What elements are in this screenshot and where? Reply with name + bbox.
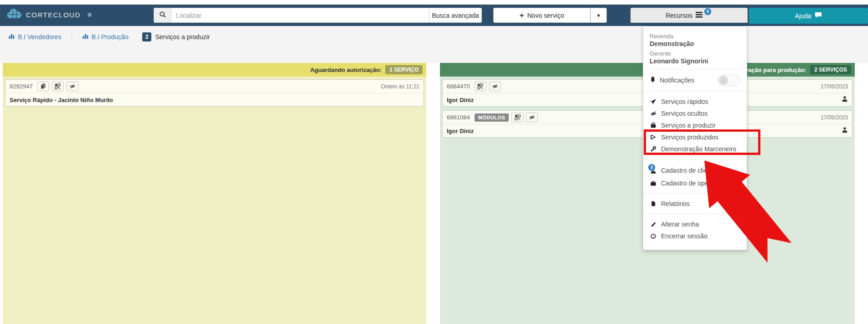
menu-item-alterar-senha[interactable]: Alterar senha <box>650 218 740 230</box>
search-input[interactable] <box>171 8 429 23</box>
chat-icon <box>815 12 822 20</box>
gerente-value: Leonardo Signorini <box>650 57 740 65</box>
file-icon <box>650 201 657 207</box>
toolbar-separator <box>72 31 72 43</box>
service-timestamp: Ontem às 11:21 <box>381 83 420 90</box>
user-icon[interactable] <box>842 127 848 135</box>
new-service-caret-button[interactable]: ▼ <box>590 8 607 23</box>
service-date: 17/05/2023 <box>821 114 848 121</box>
box-icon <box>650 122 657 129</box>
qr-code-button[interactable] <box>52 82 64 91</box>
toggle-knob <box>719 76 728 85</box>
client-name: Igor Diniz <box>447 97 474 103</box>
revenda-label: Revenda <box>650 33 740 40</box>
new-service-button[interactable]: + Novo serviço <box>493 8 590 23</box>
resources-label: Recursos <box>666 12 692 19</box>
menu-item-encerrar-sessao[interactable]: Encerrar sessão <box>650 230 740 242</box>
user-icon[interactable] <box>842 96 848 104</box>
notifications-toggle[interactable] <box>718 74 740 86</box>
menu-item-label: Serviços produzidos <box>661 134 718 141</box>
client-name: Igor Diniz <box>447 128 474 134</box>
menu-divider <box>643 214 747 214</box>
advanced-search-button[interactable]: Busca avançada <box>429 8 482 23</box>
brand-name: CORTECLOUD <box>26 11 81 19</box>
caret-down-icon: ▼ <box>596 13 601 18</box>
clients-badge: 0 <box>648 164 655 171</box>
menu-divider <box>643 159 747 159</box>
resources-button[interactable]: Recursos 0 <box>630 8 748 23</box>
search-icon-box <box>154 8 171 23</box>
panel-waiting-authorization: Aguardando autorização: 1 SERVIÇO 829294… <box>3 63 426 324</box>
copy-button[interactable] <box>37 82 49 91</box>
hide-service-button[interactable] <box>526 113 538 122</box>
tool-icon <box>650 146 657 152</box>
tab-bi-vendedores[interactable]: B.I Vendedores <box>8 33 62 41</box>
panel-header: Aguardando autorização: 1 SERVIÇO <box>3 63 426 77</box>
menu-item-relatorios[interactable]: Relatórios <box>650 198 740 210</box>
panel-header-label: Aguardando autorização: <box>310 67 382 73</box>
help-label: Ajuda <box>795 12 811 20</box>
new-service-label: Novo serviço <box>527 12 564 19</box>
menu-item-label: Serviços a produzir <box>661 122 716 129</box>
bell-icon <box>650 76 656 84</box>
menu-item-cadastro-clientes[interactable]: 0 Cadastro de clientes <box>650 164 740 177</box>
menu-item-cadastro-operadores[interactable]: Cadastro de operadores <box>650 177 740 189</box>
notifications-label: Notificações <box>660 77 694 84</box>
panel-count-badge: 1 SERVIÇO <box>385 65 423 74</box>
menu-item-servicos-ocultos[interactable]: Serviços ocultos <box>650 108 740 119</box>
hide-service-button[interactable] <box>489 82 501 91</box>
bar-chart-icon <box>8 33 15 41</box>
tab-label: Serviços a produzir <box>155 33 210 41</box>
menu-item-servicos-rapidos[interactable]: Serviços rápidos <box>650 96 740 108</box>
service-id: 8292947 <box>10 83 33 90</box>
search-bar: Busca avançada <box>154 8 482 23</box>
menu-item-label: Cadastro de clientes <box>661 167 719 174</box>
resources-dropdown-menu: Revenda Demonstração Gerente Leonardo Si… <box>643 26 747 250</box>
service-card[interactable]: 8292947 <box>5 79 424 107</box>
tab-bi-producao[interactable]: B.I Produção <box>82 33 129 41</box>
menu-divider <box>643 91 747 92</box>
menu-item-label: Serviços ocultos <box>661 110 708 117</box>
qr-code-button[interactable] <box>475 82 486 91</box>
search-icon <box>159 11 166 20</box>
menu-divider <box>643 69 747 69</box>
bar-chart-icon <box>82 33 89 41</box>
resources-badge: 0 <box>704 8 711 15</box>
menu-item-label: Demonstração Marceneiro <box>661 145 736 153</box>
revenda-value: Demonstração <box>650 40 740 47</box>
menu-item-label: Encerrar sessão <box>661 232 708 240</box>
power-icon <box>650 233 657 239</box>
menu-item-label: Alterar senha <box>661 221 699 228</box>
qr-code-button[interactable] <box>512 113 523 122</box>
service-date: 17/05/2023 <box>821 83 848 90</box>
modules-badge: MÓDULOS <box>475 113 509 122</box>
notifications-row: Notificações <box>650 73 740 87</box>
hamburger-icon <box>696 12 703 19</box>
cloud-icon <box>6 8 22 21</box>
app-page: CORTECLOUD Busca avançada + Novo serviço… <box>0 0 868 324</box>
hide-service-button[interactable] <box>67 82 78 91</box>
pencil-icon <box>650 221 657 227</box>
new-service-group: + Novo serviço ▼ <box>493 8 607 23</box>
tab-label: B.I Vendedores <box>18 33 62 41</box>
menu-item-demonstracao-marceneiro[interactable]: Demonstração Marceneiro <box>650 143 740 155</box>
gerente-label: Gerente <box>650 50 740 57</box>
tab-label: B.I Produção <box>92 33 129 41</box>
plus-icon: + <box>520 11 524 19</box>
brand-logo: CORTECLOUD <box>6 8 92 21</box>
help-button[interactable]: Ajuda <box>749 8 868 24</box>
menu-item-label: Serviços rápidos <box>661 98 708 105</box>
service-title: Serviço Rápido - Jacinto Niño Murilo <box>10 97 113 103</box>
menu-item-servicos-a-produzir[interactable]: Serviços a produzir <box>650 119 740 131</box>
sign-out-icon <box>650 134 657 140</box>
tab-servicos-a-produzir[interactable]: 2 Serviços a produzir <box>142 32 210 41</box>
service-id: 6861084 <box>447 114 470 121</box>
user-icon: 0 <box>650 167 657 174</box>
count-badge: 2 <box>142 32 152 41</box>
menu-item-servicos-produzidos[interactable]: Serviços produzidos <box>650 131 740 143</box>
panel-count-badge: 2 SERVIÇOS <box>810 65 851 74</box>
menu-divider <box>643 193 747 194</box>
briefcase-icon <box>650 180 657 186</box>
top-navbar: CORTECLOUD Busca avançada + Novo serviço… <box>0 5 868 26</box>
paper-plane-icon <box>650 98 657 105</box>
